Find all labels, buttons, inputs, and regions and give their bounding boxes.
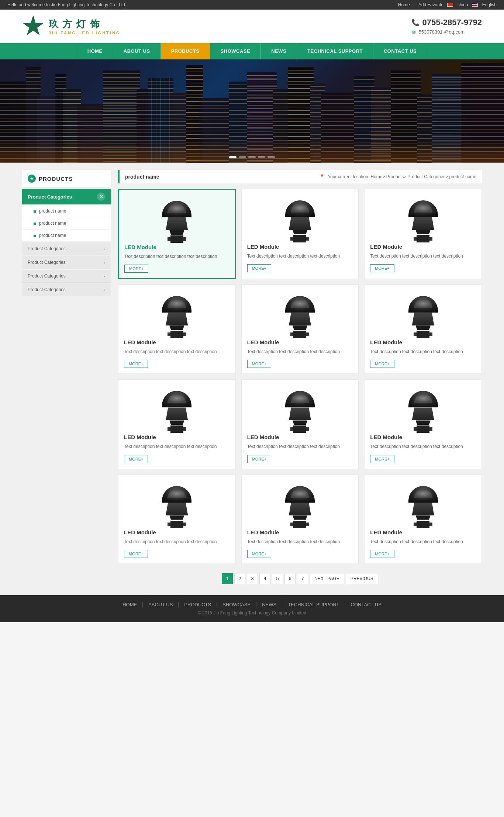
nav-contact[interactable]: CONTACT US: [373, 43, 427, 59]
dot-5[interactable]: [267, 156, 275, 158]
more-btn-3[interactable]: MORE+: [370, 264, 394, 272]
footer-about[interactable]: ABOUT US: [143, 602, 179, 607]
led-module-icon: [407, 391, 440, 424]
more-btn-6[interactable]: MORE+: [370, 360, 394, 368]
product-image-8: [247, 385, 353, 430]
page-btn-7[interactable]: 7: [297, 573, 308, 584]
footer-products[interactable]: PRODUCTS: [179, 602, 217, 607]
products-icon: ★: [28, 175, 36, 183]
more-btn-9[interactable]: MORE+: [370, 455, 394, 463]
product-title-11: LED Module: [247, 529, 353, 535]
product-desc-6: Text description text description text d…: [370, 348, 476, 355]
next-page-btn[interactable]: NEXT PAGE: [310, 573, 344, 584]
more-btn-4[interactable]: MORE+: [124, 360, 148, 368]
sidebar-cat-item-3[interactable]: Product Categories ›: [22, 270, 111, 283]
footer-showcase[interactable]: SHOWCASE: [217, 602, 256, 607]
prev-page-btn[interactable]: PREVIOUS: [346, 573, 378, 584]
sidebar-sub-item-3[interactable]: ◼ product name: [22, 230, 111, 242]
sidebar-categories-header[interactable]: Product Categories ✕: [22, 189, 111, 204]
product-card-2[interactable]: LED Module Text description text descrip…: [241, 189, 359, 279]
page-btn-5[interactable]: 5: [272, 573, 283, 584]
phone-icon: 📞: [411, 18, 420, 27]
product-card-11[interactable]: LED Module Text description text descrip…: [241, 475, 359, 564]
product-card-5[interactable]: LED Module Text description text descrip…: [241, 285, 359, 374]
bullet-icon: ◼: [33, 221, 36, 225]
nav-home[interactable]: HOME: [77, 43, 113, 59]
more-btn-7[interactable]: MORE+: [124, 455, 148, 463]
product-card-7[interactable]: LED Module Text description text descrip…: [118, 379, 236, 469]
sidebar-sub-item-1[interactable]: ◼ product name: [22, 205, 111, 217]
dot-2[interactable]: [239, 156, 246, 158]
footer-contact[interactable]: CONTACT US: [345, 602, 387, 607]
product-card-12[interactable]: LED Module Text description text descrip…: [364, 475, 482, 564]
china-link[interactable]: china: [458, 2, 468, 7]
nav-technical[interactable]: TECHNICAL SUPPORT: [297, 43, 373, 59]
product-title-8: LED Module: [247, 434, 353, 440]
product-title-9: LED Module: [370, 434, 476, 440]
cat-arrow-icon: ›: [103, 287, 105, 293]
product-image-3: [370, 195, 476, 239]
led-module-icon: [160, 486, 193, 519]
dot-4[interactable]: [258, 156, 265, 158]
page-btn-6[interactable]: 6: [284, 573, 296, 584]
more-btn-11[interactable]: MORE+: [247, 550, 271, 558]
more-btn-5[interactable]: MORE+: [247, 360, 271, 368]
product-card-4[interactable]: LED Module Text description text descrip…: [118, 285, 236, 374]
cat-item-1-label: Product Categories: [28, 246, 66, 251]
product-image-6: [370, 290, 476, 335]
product-image-10: [124, 480, 230, 525]
product-title-5: LED Module: [247, 339, 353, 345]
dot-3[interactable]: [248, 156, 256, 158]
add-favorite-link[interactable]: Add Favorite: [418, 2, 443, 7]
more-btn-10[interactable]: MORE+: [124, 550, 148, 558]
nav-products[interactable]: PRODUCTS: [161, 43, 210, 59]
product-image-2: [247, 195, 353, 239]
product-card-3[interactable]: LED Module Text description text descrip…: [364, 189, 482, 279]
products-grid: LED Module Text description text descrip…: [118, 189, 482, 564]
footer-home[interactable]: HOME: [117, 602, 143, 607]
sidebar-sub-item-2[interactable]: ◼ product name: [22, 217, 111, 230]
product-card-6[interactable]: LED Module Text description text descrip…: [364, 285, 482, 374]
top-bar: Hello and welcome to Jiu Fang Lighting T…: [0, 0, 504, 10]
nav-news[interactable]: NEWS: [261, 43, 297, 59]
more-btn-12[interactable]: MORE+: [370, 550, 394, 558]
product-title-3: LED Module: [370, 244, 476, 250]
product-desc-9: Text description text description text d…: [370, 443, 476, 450]
led-module-icon: [407, 296, 440, 329]
product-card-8[interactable]: LED Module Text description text descrip…: [241, 379, 359, 469]
product-desc-4: Text description text description text d…: [124, 348, 230, 355]
page-btn-4[interactable]: 4: [259, 573, 270, 584]
dot-1[interactable]: [229, 156, 237, 158]
footer-nav: HOME ABOUT US PRODUCTS SHOWCASE NEWS TEC…: [0, 595, 504, 622]
home-link[interactable]: Home: [398, 2, 410, 7]
product-title-1: LED Module: [124, 244, 229, 250]
more-btn-2[interactable]: MORE+: [247, 264, 271, 272]
english-link[interactable]: English: [482, 2, 497, 7]
page-btn-2[interactable]: 2: [234, 573, 245, 584]
sub-item-2-label: product name: [39, 221, 66, 226]
product-card-1[interactable]: LED Module Text description text descrip…: [118, 189, 236, 279]
logo-english: JIU FANG LED LIGHTING: [49, 31, 120, 35]
sidebar-cat-item-2[interactable]: Product Categories ›: [22, 256, 111, 269]
phone-number: 0755-2857-9792: [422, 18, 482, 27]
logo-chinese: 玖 方 灯 饰: [49, 18, 120, 31]
more-btn-1[interactable]: MORE+: [124, 265, 148, 273]
product-card-9[interactable]: LED Module Text description text descrip…: [364, 379, 482, 469]
product-desc-12: Text description text description text d…: [370, 538, 476, 545]
nav-about[interactable]: ABOUT US: [113, 43, 161, 59]
sidebar-cat-item-1[interactable]: Product Categories ›: [22, 242, 111, 255]
footer-news[interactable]: NEWS: [256, 602, 282, 607]
footer-copyright: © 2015 Jiu Fang Lighting Technology Comp…: [0, 610, 504, 616]
cat-arrow-icon: ›: [103, 246, 105, 252]
product-card-10[interactable]: LED Module Text description text descrip…: [118, 475, 236, 564]
more-btn-8[interactable]: MORE+: [247, 455, 271, 463]
footer-technical[interactable]: TECHNICAL SUPPORT: [282, 602, 345, 607]
logo-area[interactable]: 玖 方 灯 饰 JIU FANG LED LIGHTING: [22, 15, 120, 37]
cat-item-2-label: Product Categories: [28, 260, 66, 265]
page-btn-1[interactable]: 1: [222, 573, 233, 584]
page-btn-3[interactable]: 3: [247, 573, 258, 584]
sidebar-cat-item-4[interactable]: Product Categories ›: [22, 283, 111, 296]
led-module-icon: [407, 200, 440, 234]
product-image-12: [370, 480, 476, 525]
nav-showcase[interactable]: SHOWCASE: [210, 43, 261, 59]
